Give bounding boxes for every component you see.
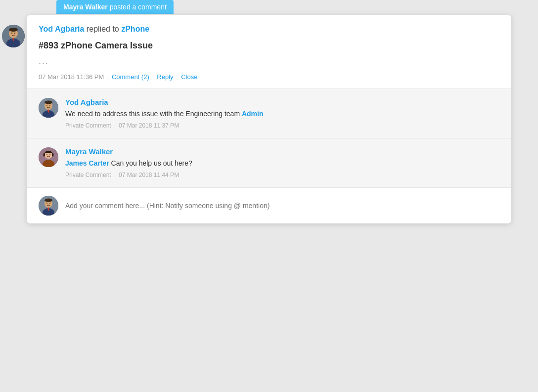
ticket-title: #893 zPhone Camera Issue xyxy=(39,41,499,51)
replier-name: Yod Agbaria xyxy=(39,25,84,33)
mayra-avatar xyxy=(39,147,58,167)
dot-3: . xyxy=(177,73,179,81)
meta-dot: . xyxy=(114,122,116,129)
comments-area: Yod Agbaria We need to address this issu… xyxy=(27,89,511,187)
comment-text-before: We need to address this issue with the E… xyxy=(65,110,242,118)
comment-meta: Private Comment . 07 Mar 2018 11:37 PM xyxy=(65,122,499,129)
comment-body-2: Mayra Walker James Carter Can you help u… xyxy=(65,147,499,178)
close-button[interactable]: Close xyxy=(181,73,197,81)
input-avatar xyxy=(39,196,58,216)
comment-meta-2: Private Comment . 07 Mar 2018 11:44 PM xyxy=(65,172,499,178)
replied-line: Yod Agbaria replied to zPhone xyxy=(39,25,499,34)
content-ellipsis: ... xyxy=(39,56,499,66)
comment-body: Yod Agbaria We need to address this issu… xyxy=(65,98,499,129)
dot-2: . xyxy=(152,73,154,81)
comment-mention-2[interactable]: James Carter xyxy=(65,159,109,167)
comment-input-field[interactable] xyxy=(65,202,499,210)
notification-banner: Mayra Walker posted a comment xyxy=(56,0,174,14)
replied-to: zPhone xyxy=(121,25,149,33)
comment-timestamp-2: 07 Mar 2018 11:44 PM xyxy=(119,172,179,178)
meta-dot-2: . xyxy=(114,172,116,178)
svg-point-12 xyxy=(49,105,50,106)
comment-label-2: Private Comment xyxy=(65,172,111,178)
comment-author: Yod Agbaria xyxy=(65,98,499,106)
notification-author: Mayra Walker xyxy=(63,3,108,11)
svg-point-13 xyxy=(45,101,52,104)
comment-item: Mayra Walker James Carter Can you help u… xyxy=(27,138,511,187)
svg-point-23 xyxy=(46,203,47,204)
reply-button[interactable]: Reply xyxy=(157,73,173,81)
svg-point-6 xyxy=(9,28,18,32)
svg-point-17 xyxy=(46,154,47,155)
svg-point-11 xyxy=(46,105,47,106)
main-card: Yod Agbaria replied to zPhone #893 zPhon… xyxy=(27,15,511,223)
svg-point-24 xyxy=(49,203,50,204)
comment-input-area xyxy=(27,187,511,223)
svg-point-18 xyxy=(49,154,50,155)
svg-point-5 xyxy=(14,33,15,34)
comment-timestamp: 07 Mar 2018 11:37 PM xyxy=(119,122,179,129)
card-header: Yod Agbaria replied to zPhone #893 zPhon… xyxy=(27,15,511,89)
comment-text-2: James Carter Can you help us out here? xyxy=(65,158,499,169)
svg-point-4 xyxy=(11,33,12,34)
comment-label: Private Comment xyxy=(65,122,111,129)
comment-text: We need to address this issue with the E… xyxy=(65,109,499,119)
dot-1: . xyxy=(107,73,109,81)
replied-label: replied to xyxy=(87,25,119,33)
yod-avatar xyxy=(39,98,58,118)
main-avatar-col xyxy=(2,25,25,47)
notification-text: posted a comment xyxy=(110,3,167,11)
meta-line: 07 Mar 2018 11:36 PM . Comment (2) . Rep… xyxy=(39,73,499,81)
comment-text-after-2: Can you help us out here? xyxy=(109,159,192,167)
comment-count-link[interactable]: Comment (2) xyxy=(112,73,149,81)
header-timestamp: 07 Mar 2018 11:36 PM xyxy=(39,73,104,81)
main-avatar xyxy=(2,25,25,47)
svg-point-25 xyxy=(45,199,52,202)
comment-item: Yod Agbaria We need to address this issu… xyxy=(27,89,511,138)
comment-mention[interactable]: Admin xyxy=(242,110,264,118)
comment-author-2: Mayra Walker xyxy=(65,147,499,156)
